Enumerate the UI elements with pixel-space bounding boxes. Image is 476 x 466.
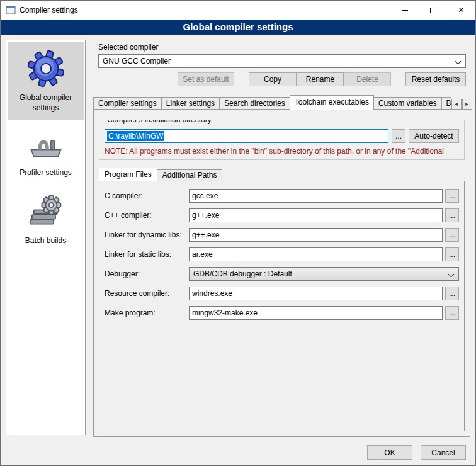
window-icon — [6, 5, 16, 15]
selected-compiler-label: Selected compiler — [98, 43, 158, 52]
close-icon: × — [458, 5, 464, 15]
static-linker-input[interactable] — [189, 247, 443, 261]
minimize-button[interactable] — [390, 1, 419, 20]
minimize-icon — [402, 10, 408, 11]
auto-detect-button[interactable]: Auto-detect — [409, 129, 459, 143]
install-dir-input[interactable]: C:\raylib\MinGW — [105, 129, 388, 143]
field-row-resource-compiler: Resource compiler: ... — [105, 287, 459, 300]
tab-build-options[interactable]: Buil — [441, 97, 451, 110]
chevron-down-icon — [455, 59, 462, 65]
tab-linker-settings[interactable]: Linker settings — [161, 97, 220, 110]
selected-compiler-combobox[interactable]: GNU GCC Compiler — [98, 54, 466, 68]
installation-directory-group: Compiler's installation directory C:\ray… — [99, 120, 465, 160]
sidebar-item-profiler-settings[interactable]: Profiler settings — [8, 120, 84, 186]
tab-scroll-right-button[interactable]: ► — [462, 99, 472, 110]
install-dir-browse-button[interactable]: ... — [392, 129, 405, 143]
window-title: Compiler settings — [20, 6, 78, 14]
make-program-browse-button[interactable]: ... — [445, 306, 459, 320]
copy-button[interactable]: Copy — [249, 72, 297, 86]
ok-button[interactable]: OK — [367, 445, 412, 460]
c-compiler-browse-button[interactable]: ... — [445, 189, 459, 203]
delete-button[interactable]: Delete — [344, 72, 391, 86]
sidebar-item-global-compiler-settings[interactable]: Global compiler settings — [8, 42, 84, 120]
dynamic-linker-input[interactable] — [189, 228, 443, 242]
static-linker-browse-button[interactable]: ... — [445, 247, 459, 261]
window-controls: × — [390, 1, 475, 20]
sidebar-item-label: Batch builds — [25, 236, 66, 246]
field-row-static-linker: Linker for static libs: ... — [105, 247, 459, 261]
arrow-right-icon: ► — [465, 101, 470, 107]
dialog-body: Global compiler settings Profiler settin… — [1, 35, 475, 465]
dialog-header: Global compiler settings — [1, 20, 475, 35]
program-files-panel: C compiler: ... C++ compiler: ... Linker… — [99, 181, 465, 431]
gear-icon — [26, 49, 65, 88]
profiler-icon — [28, 128, 64, 163]
c-compiler-label: C compiler: — [105, 191, 189, 200]
make-program-input[interactable] — [189, 306, 443, 320]
make-program-label: Make program: — [105, 309, 189, 317]
rename-button[interactable]: Rename — [297, 72, 344, 86]
resource-compiler-browse-button[interactable]: ... — [445, 287, 459, 300]
tab-scroll-left-button[interactable]: ◄ — [451, 99, 462, 110]
maximize-icon — [430, 8, 436, 13]
batch-builds-icon — [27, 193, 65, 231]
cancel-button[interactable]: Cancel — [421, 445, 466, 460]
cpp-compiler-input[interactable] — [189, 208, 443, 222]
field-row-dynamic-linker: Linker for dynamic libs: ... — [105, 228, 459, 242]
field-row-make-program: Make program: ... — [105, 306, 459, 320]
debugger-label: Debugger: — [105, 270, 189, 278]
compiler-actions: Set as default Copy Rename Delete Reset … — [98, 72, 466, 86]
cpp-compiler-label: C++ compiler: — [105, 211, 189, 220]
dynamic-linker-browse-button[interactable]: ... — [445, 228, 459, 242]
selected-compiler-value: GNU GCC Compiler — [103, 57, 171, 65]
installation-directory-row: C:\raylib\MinGW ... Auto-detect — [105, 129, 459, 143]
field-row-c-compiler: C compiler: ... — [105, 189, 459, 203]
tab-search-directories[interactable]: Search directories — [219, 97, 290, 110]
program-files-tabstrip: Program Files Additional Paths — [99, 168, 465, 181]
settings-tabstrip: Compiler settings Linker settings Search… — [93, 95, 470, 110]
installation-directory-group-title: Compiler's installation directory — [105, 120, 214, 124]
static-linker-label: Linker for static libs: — [105, 250, 189, 259]
debugger-combobox[interactable]: GDB/CDB debugger : Default — [189, 267, 459, 281]
resource-compiler-label: Resource compiler: — [105, 289, 189, 298]
sidebar: Global compiler settings Profiler settin… — [6, 40, 86, 435]
main-panel: Selected compiler GNU GCC Compiler Set a… — [92, 35, 470, 465]
sidebar-item-batch-builds[interactable]: Batch builds — [8, 186, 84, 254]
tab-compiler-settings[interactable]: Compiler settings — [93, 97, 162, 110]
compiler-settings-window: Compiler settings × Global compiler sett… — [0, 0, 476, 466]
close-button[interactable]: × — [447, 1, 475, 20]
sidebar-item-label: Global compiler settings — [10, 93, 81, 113]
maximize-button[interactable] — [419, 1, 447, 20]
field-row-debugger: Debugger: GDB/CDB debugger : Default — [105, 267, 459, 281]
bin-subdirectory-note: NOTE: All programs must exist either in … — [105, 147, 459, 156]
c-compiler-input[interactable] — [189, 189, 443, 203]
field-row-cpp-compiler: C++ compiler: ... — [105, 208, 459, 222]
install-dir-value: C:\raylib\MinGW — [107, 131, 164, 141]
toolchain-executables-panel: Compiler's installation directory C:\ray… — [93, 109, 470, 437]
titlebar: Compiler settings × — [1, 1, 475, 20]
set-as-default-button[interactable]: Set as default — [178, 72, 234, 86]
sidebar-item-label: Profiler settings — [20, 168, 72, 178]
reset-defaults-button[interactable]: Reset defaults — [405, 72, 466, 86]
tab-program-files[interactable]: Program Files — [99, 168, 157, 181]
debugger-value: GDB/CDB debugger : Default — [193, 270, 292, 278]
tab-toolchain-executables[interactable]: Toolchain executables — [290, 95, 374, 110]
tab-custom-variables[interactable]: Custom variables — [373, 97, 442, 110]
chevron-down-icon — [448, 271, 455, 278]
tab-additional-paths[interactable]: Additional Paths — [157, 169, 223, 181]
dynamic-linker-label: Linker for dynamic libs: — [105, 230, 189, 239]
cpp-compiler-browse-button[interactable]: ... — [445, 208, 459, 222]
tab-scroll-buttons: ◄ ► — [451, 99, 472, 110]
resource-compiler-input[interactable] — [189, 287, 443, 300]
arrow-left-icon: ◄ — [454, 101, 459, 107]
